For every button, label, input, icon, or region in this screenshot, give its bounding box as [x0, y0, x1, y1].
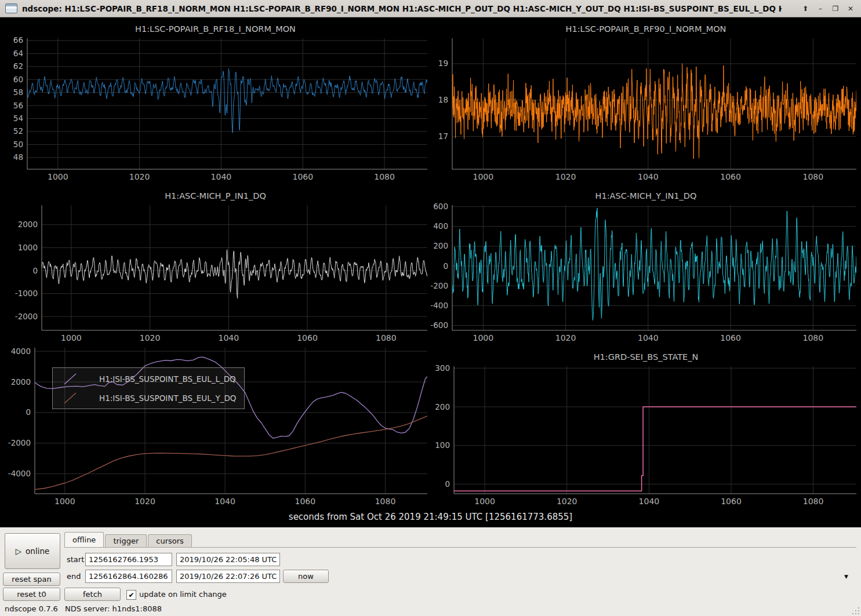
y-tick-label: 0	[32, 266, 38, 275]
plot-isi-bs-suspoint: H1:ISI-BS_SUSPOINT_BS_EUL_L_DQ H1:ISI-BS…	[0, 345, 431, 509]
reset-t0-button[interactable]: reset t0	[3, 588, 60, 601]
x-tick-label: 1060	[720, 172, 741, 181]
x-tick-label: 1020	[140, 333, 161, 342]
y-tick-label: 0	[26, 407, 31, 417]
x-tick-label: 1080	[803, 497, 824, 506]
plot-canvas-mich-y[interactable]: 10001020104010601080-600-400-20002004006…	[431, 203, 861, 345]
x-tick-label: 1040	[638, 333, 659, 342]
y-tick-label: -1000	[15, 289, 38, 298]
legend-item-eul-l: H1:ISI-BS_SUSPOINT_BS_EUL_L_DQ	[53, 370, 244, 388]
end-gps-input[interactable]	[85, 570, 172, 583]
x-tick-label: 1040	[218, 333, 239, 342]
x-tick-label: 1000	[55, 497, 75, 506]
x-tick-label: 1060	[720, 333, 741, 342]
x-tick-label: 1040	[215, 497, 235, 506]
legend-label: H1:ISI-BS_SUSPOINT_BS_EUL_Y_DQ	[99, 393, 236, 403]
x-tick-label: 1040	[638, 172, 659, 181]
window-title: ndscope: H1:LSC-POPAIR_B_RF18_I_NORM_MON…	[22, 4, 782, 13]
start-utc-input[interactable]	[176, 553, 280, 566]
plot-canvas-popair-rf18[interactable]: 1000102010401060108048505254565860626466	[0, 36, 431, 184]
minimize-button[interactable]: –	[815, 3, 826, 14]
trace-grd-sei-bs-state	[454, 407, 856, 491]
x-tick-label: 1020	[557, 497, 577, 506]
x-tick-label: 1000	[48, 172, 68, 181]
trace-popair-rf90	[452, 64, 856, 159]
reset-span-button[interactable]: reset span	[3, 573, 60, 586]
close-button[interactable]: ✕	[845, 3, 856, 14]
fetch-button[interactable]: fetch	[64, 588, 121, 601]
y-tick-label: 4000	[11, 347, 31, 356]
plot-canvas-mich-p[interactable]: 10001020104010601080-2000-1000010002000	[0, 203, 431, 345]
x-tick-label: 1080	[374, 172, 395, 181]
plot-mich-y: H1:ASC-MICH_Y_IN1_DQ 1000102010401060108…	[431, 184, 861, 345]
control-panel: ▷ online reset span reset t0 offline tri…	[0, 527, 861, 603]
online-label: online	[26, 546, 49, 556]
y-tick-label: 18	[438, 95, 448, 104]
legend-label: H1:ISI-BS_SUSPOINT_BS_EUL_L_DQ	[99, 374, 236, 384]
y-tick-label: 400	[433, 221, 448, 231]
plot-legend[interactable]: H1:ISI-BS_SUSPOINT_BS_EUL_L_DQ H1:ISI-BS…	[52, 367, 245, 409]
update-on-limit-checkbox[interactable]: ✔	[126, 590, 136, 600]
y-tick-label: 64	[13, 49, 23, 58]
plot-title: H1:ASC-MICH_P_IN1_DQ	[0, 184, 431, 203]
trace-mich-p	[42, 250, 427, 298]
x-tick-label: 1020	[555, 333, 576, 342]
now-button[interactable]: now	[283, 570, 329, 583]
x-tick-label: 1080	[375, 497, 396, 506]
y-tick-label: 19	[438, 59, 448, 68]
x-tick-label: 1020	[135, 497, 155, 506]
resize-grip[interactable]	[851, 606, 859, 614]
x-tick-label: 1020	[129, 172, 150, 181]
maximize-button[interactable]: ❐	[830, 3, 841, 14]
y-tick-label: 56	[13, 101, 23, 110]
tab-offline[interactable]: offline	[64, 532, 104, 547]
y-tick-label: 66	[13, 36, 23, 45]
plot-mich-p: H1:ASC-MICH_P_IN1_DQ 1000102010401060108…	[0, 184, 431, 345]
x-tick-label: 1040	[639, 497, 660, 506]
online-button[interactable]: ▷ online	[5, 533, 60, 569]
plot-popair-rf18: H1:LSC-POPAIR_B_RF18_I_NORM_MON 10001020…	[0, 17, 431, 184]
x-tick-label: 1000	[474, 497, 495, 506]
plot-title: H1:GRD-SEI_BS_STATE_N	[431, 345, 861, 364]
x-tick-label: 1020	[555, 172, 576, 181]
plot-canvas-popair-rf90[interactable]: 10001020104010601080171819	[431, 36, 861, 184]
x-tick-label: 1060	[292, 172, 313, 181]
trace-popair-rf18	[27, 68, 427, 133]
plot-title: H1:LSC-POPAIR_B_RF90_I_NORM_MON	[431, 17, 861, 36]
x-tick-label: 1000	[473, 172, 493, 181]
start-gps-input[interactable]	[85, 553, 172, 566]
x-tick-label: 1060	[721, 497, 742, 506]
time-axis-label: seconds from Sat Oct 26 2019 21:49:15 UT…	[0, 509, 861, 527]
legend-item-eul-y: H1:ISI-BS_SUSPOINT_BS_EUL_Y_DQ	[53, 389, 244, 407]
x-tick-label: 1060	[297, 333, 318, 342]
end-label: end	[67, 572, 81, 581]
dropdown-arrow-icon[interactable]: ▼	[844, 574, 848, 579]
y-tick-label: 48	[13, 152, 23, 162]
update-on-limit-label: update on limit change	[139, 590, 227, 599]
x-tick-label: 1080	[376, 333, 397, 342]
tab-trigger[interactable]: trigger	[105, 534, 147, 547]
trace-mich-y	[452, 208, 856, 320]
y-tick-label: 60	[13, 75, 23, 84]
start-label: start	[67, 555, 84, 564]
y-tick-label: 0	[443, 261, 448, 271]
trace-isi-bs-eul-y	[35, 416, 427, 490]
y-tick-label: 600	[433, 203, 448, 211]
y-tick-label: 300	[435, 364, 450, 373]
y-tick-label: -2000	[8, 438, 31, 447]
y-tick-label: 17	[438, 132, 448, 141]
plot-title: H1:ASC-MICH_Y_IN1_DQ	[431, 184, 861, 203]
app-icon[interactable]	[5, 3, 17, 13]
legend-line-sample	[61, 391, 84, 406]
y-tick-label: 52	[13, 126, 23, 136]
plot-canvas-grd-sei[interactable]: 100010201040106010800100200300	[431, 364, 861, 509]
tab-cursors[interactable]: cursors	[148, 534, 192, 547]
window-buttons: ⬆ – ❐ ✕	[800, 3, 856, 14]
app-version: ndscope 0.7.6	[5, 604, 58, 613]
status-bar: ndscope 0.7.6 NDS server: h1nds1:8088	[0, 603, 861, 616]
y-tick-label: 1000	[18, 243, 38, 252]
y-tick-label: 2000	[11, 377, 31, 387]
y-tick-label: -600	[431, 320, 448, 330]
shade-button[interactable]: ⬆	[800, 3, 811, 14]
end-utc-input[interactable]	[176, 570, 280, 583]
